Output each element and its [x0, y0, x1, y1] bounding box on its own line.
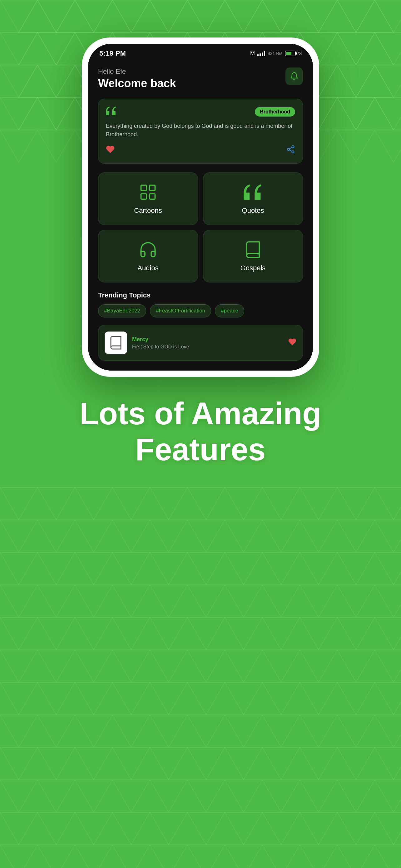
quotes-icon: [244, 183, 262, 202]
svg-rect-233: [141, 185, 147, 191]
recent-like-button[interactable]: [288, 338, 296, 348]
battery-percent: 73: [297, 51, 302, 56]
battery-box: [285, 51, 295, 56]
status-time: 5:19 PM: [99, 50, 126, 58]
battery-fill: [286, 52, 291, 55]
welcome-text: Welcome back: [98, 77, 176, 90]
greeting-text: Hello Efe: [98, 67, 176, 75]
gospels-icon: [244, 240, 262, 259]
carrier-label: M: [250, 50, 255, 57]
recent-info: Mercy First Step to GOD is Love: [132, 336, 283, 350]
bell-icon: [290, 72, 299, 81]
gospels-label: Gospels: [240, 264, 266, 272]
recent-thumbnail: [105, 332, 127, 354]
recent-title: Mercy: [132, 336, 283, 343]
trending-tags: #BayaEdo2022 #FeastOfFortification #peac…: [98, 304, 303, 317]
recent-card[interactable]: Mercy First Step to GOD is Love: [98, 325, 303, 361]
app-header: Hello Efe Welcome back: [98, 67, 303, 90]
audios-icon: [139, 240, 157, 259]
bottom-headline-line2: Features: [80, 432, 321, 467]
svg-line-232: [290, 148, 292, 149]
phone-mockup: 5:19 PM M 431 B/s 73: [82, 37, 319, 377]
like-button[interactable]: [106, 145, 114, 156]
quote-mark-icon: [106, 106, 116, 117]
notification-button[interactable]: [286, 67, 303, 85]
menu-card-gospels[interactable]: Gospels: [203, 230, 303, 282]
menu-card-audios[interactable]: Audios: [98, 230, 198, 282]
menu-card-cartoons[interactable]: Cartoons: [98, 173, 198, 225]
svg-rect-236: [149, 194, 155, 199]
quote-actions: [106, 145, 295, 156]
quote-text: Everything created by God belongs to God…: [106, 122, 295, 139]
audios-label: Audios: [137, 264, 158, 272]
svg-line-231: [290, 150, 292, 152]
status-right: M 431 B/s 73: [250, 50, 302, 57]
network-speed: 431 B/s: [268, 51, 282, 56]
bottom-text-block: Lots of Amazing Features: [61, 396, 340, 467]
status-bar: 5:19 PM M 431 B/s 73: [88, 44, 313, 60]
trending-title: Trending Topics: [98, 291, 303, 299]
phone-inner-frame: 5:19 PM M 431 B/s 73: [88, 44, 313, 371]
menu-card-quotes[interactable]: Quotes: [203, 173, 303, 225]
signal-bars: [257, 51, 265, 56]
svg-rect-235: [141, 194, 147, 199]
quote-card: Brotherhood Everything created by God be…: [98, 99, 303, 164]
tag-3[interactable]: #peace: [215, 304, 244, 317]
menu-grid: Cartoons Quotes: [98, 173, 303, 282]
cartoons-label: Cartoons: [134, 207, 162, 215]
book-thumbnail-icon: [108, 335, 123, 350]
cartoons-icon: [139, 183, 157, 202]
tag-1[interactable]: #BayaEdo2022: [98, 304, 146, 317]
tag-2[interactable]: #FeastOfFortification: [150, 304, 211, 317]
brotherhood-badge: Brotherhood: [255, 107, 295, 117]
share-button[interactable]: [287, 145, 295, 156]
trending-section: Trending Topics #BayaEdo2022 #FeastOfFor…: [98, 291, 303, 317]
battery-indicator: 73: [285, 51, 302, 56]
phone-outer-frame: 5:19 PM M 431 B/s 73: [82, 37, 319, 377]
greeting-block: Hello Efe Welcome back: [98, 67, 176, 90]
svg-rect-234: [149, 185, 155, 191]
quote-card-header: Brotherhood: [106, 106, 295, 117]
bottom-headline-line1: Lots of Amazing: [80, 396, 321, 432]
quotes-label: Quotes: [242, 207, 264, 215]
app-content: Hello Efe Welcome back: [88, 60, 313, 371]
recent-subtitle: First Step to GOD is Love: [132, 344, 283, 350]
